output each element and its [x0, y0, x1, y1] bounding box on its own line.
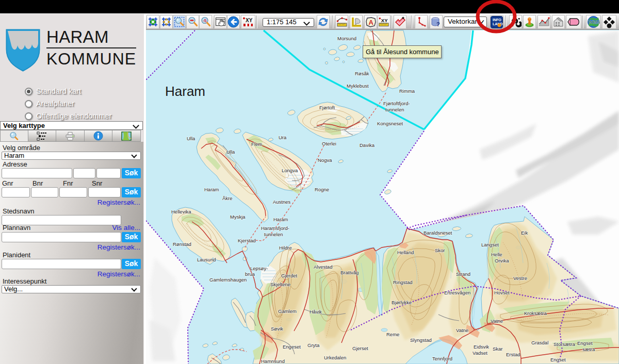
svg-text:XY: XY — [246, 18, 253, 23]
svg-text:Rogne: Rogne — [315, 187, 329, 192]
svg-text:Rimma: Rimma — [399, 88, 415, 94]
svg-text:Hamnsund: Hamnsund — [261, 358, 285, 364]
svg-text:Rønstad: Rønstad — [173, 241, 191, 247]
svg-text:Gamlemshaugen: Gamlemshaugen — [209, 277, 247, 283]
svg-text:Longva: Longva — [282, 168, 298, 173]
svg-text:Vadset: Vadset — [473, 350, 487, 356]
svg-text:Reme: Reme — [386, 332, 399, 337]
svg-text:Søvik: Søvik — [271, 326, 283, 332]
svg-text:Lausund: Lausund — [197, 257, 216, 262]
svg-text:Helland: Helland — [397, 250, 414, 255]
svg-text:Strand: Strand — [456, 271, 470, 277]
svg-text:Haramsfjord-: Haramsfjord- — [261, 225, 289, 231]
svg-text:Engeset: Engeset — [283, 344, 301, 350]
svg-text:Gjerdet: Gjerdet — [281, 273, 298, 278]
svg-text:sætra: sætra — [582, 346, 595, 352]
svg-text:Gamlem: Gamlem — [278, 308, 297, 314]
svg-text:Langset: Langset — [481, 242, 499, 247]
svg-text:Eidsvik: Eidsvik — [474, 344, 489, 350]
svg-text:Myklebust: Myklebust — [347, 83, 369, 89]
svg-text:Gryta: Gryta — [307, 342, 320, 348]
svg-text:Hildre: Hildre — [279, 245, 292, 251]
svg-text:Orvika: Orvika — [495, 258, 509, 263]
svg-text:Hellevika: Hellevika — [171, 209, 191, 214]
svg-text:Kroksætra: Kroksætra — [524, 310, 547, 316]
svg-text:Haram: Haram — [165, 84, 205, 99]
svg-text:brua: brua — [245, 271, 255, 277]
svg-text:Haram: Haram — [273, 217, 288, 222]
svg-text:Engset: Engset — [577, 340, 593, 346]
svg-text:Slyngstad: Slyngstad — [410, 337, 432, 343]
svg-text:Fjørtoftfjord-: Fjørtoftfjord- — [383, 101, 410, 106]
svg-text:Vatne: Vatne — [491, 318, 503, 324]
svg-text:Lepsøy-: Lepsøy- — [250, 266, 268, 271]
svg-text:Haram: Haram — [204, 187, 219, 192]
svg-text:Brattvåg: Brattvåg — [340, 270, 359, 275]
svg-text:Håvik: Håvik — [310, 309, 322, 315]
svg-text:Flem: Flem — [251, 141, 262, 147]
svg-text:Grasdal: Grasdal — [531, 340, 548, 345]
svg-text:Vestre: Vestre — [513, 275, 527, 281]
svg-text:Austnes: Austnes — [273, 199, 291, 205]
svg-text:Ertresvågen: Ertresvågen — [444, 290, 470, 295]
svg-text:A: A — [368, 19, 373, 26]
svg-text:Ulla: Ulla — [226, 149, 235, 155]
svg-text:Bjørlykke: Bjørlykke — [392, 300, 412, 305]
svg-text:Gjerset: Gjerset — [352, 345, 368, 351]
svg-text:Ura: Ura — [279, 135, 287, 140]
svg-text:tunnelen: tunnelen — [264, 231, 283, 237]
svg-text:Nogva: Nogva — [318, 157, 332, 163]
svg-text:Hovset: Hovset — [494, 290, 510, 295]
svg-text:Ulla: Ulla — [187, 136, 196, 141]
svg-text:Eik: Eik — [521, 230, 528, 236]
svg-text:XY: XY — [381, 18, 388, 23]
svg-text:Morsund: Morsund — [337, 36, 356, 41]
svg-text:Ringstad: Ringstad — [393, 279, 413, 285]
svg-text:Storsætra: Storsætra — [553, 341, 575, 347]
svg-text:WMS: WMS — [588, 19, 600, 25]
svg-text:?: ? — [436, 21, 440, 27]
svg-text:Urkedalen: Urkedalen — [324, 355, 346, 360]
svg-text:Oterlei: Oterlei — [322, 141, 336, 146]
svg-text:Kongsneset: Kongsneset — [377, 121, 403, 126]
svg-text:Skor: Skor — [435, 247, 445, 253]
svg-text:Helle: Helle — [491, 252, 502, 257]
svg-text:Alvestad: Alvestad — [314, 264, 332, 270]
svg-text:Engset: Engset — [550, 357, 566, 362]
svg-text:Åkre: Åkre — [222, 195, 233, 201]
svg-text:Skar: Skar — [493, 346, 503, 352]
svg-text:Erstad: Erstad — [506, 352, 520, 357]
svg-text:INFO: INFO — [493, 18, 501, 22]
svg-text:Vatne: Vatne — [456, 327, 468, 333]
svg-text:Myskja: Myskja — [230, 214, 246, 220]
svg-text:Davika: Davika — [360, 142, 375, 148]
svg-text:Skjeltene: Skjeltene — [270, 282, 290, 287]
svg-text:-5: -5 — [203, 18, 207, 23]
svg-text:Tennfjord: Tennfjord — [432, 356, 452, 361]
svg-text:Røsåk: Røsåk — [355, 71, 369, 76]
svg-text:Kjerstad: Kjerstad — [238, 238, 256, 243]
svg-text:tunnelen: tunnelen — [385, 107, 404, 112]
svg-text:Baraldsneset: Baraldsneset — [423, 230, 452, 236]
svg-text:Fjørtoft: Fjørtoft — [319, 105, 335, 110]
